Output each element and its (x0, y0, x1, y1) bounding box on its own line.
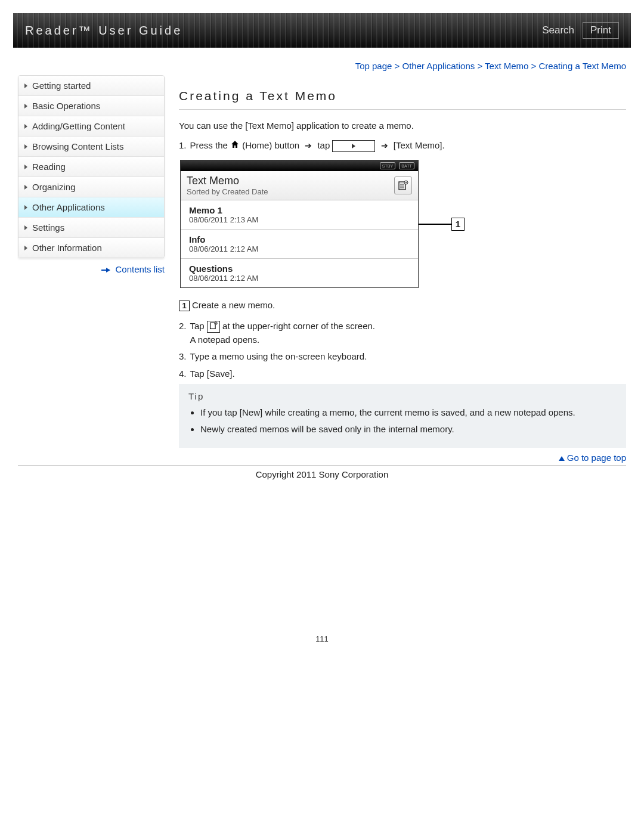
memo-row: Memo 108/06/2011 2:13 AM (181, 200, 418, 230)
breadcrumb-text-memo[interactable]: Text Memo (485, 61, 528, 71)
step-number: 1. (179, 139, 187, 153)
step-4: 4. Tap [Save]. (179, 367, 626, 381)
callout-box: 1 (451, 218, 465, 231)
sidebar-item-organizing[interactable]: Organizing (18, 177, 164, 197)
tip-item: If you tap [New] while creating a memo, … (200, 406, 617, 419)
sidebar-item-getting-started[interactable]: Getting started (18, 76, 164, 96)
copyright: Copyright 2011 Sony Corporation (0, 469, 644, 479)
go-to-top-link[interactable]: Go to page top (567, 453, 626, 463)
step-number: 2. (179, 320, 187, 333)
callout-number: 1 (179, 301, 190, 311)
search-link[interactable]: Search (542, 24, 574, 36)
sidebar-item-label: Browsing Content Lists (32, 141, 123, 151)
breadcrumb-current: Creating a Text Memo (539, 61, 626, 71)
sidebar-item-label: Basic Operations (32, 101, 100, 111)
chevron-right-icon (24, 104, 27, 109)
header-bar: Reader™ User Guide Search Print (13, 13, 631, 48)
tip-heading: Tip (188, 391, 617, 401)
divider (179, 109, 626, 110)
step-3: 3. Type a memo using the on-screen keybo… (179, 350, 626, 364)
new-memo-button (394, 176, 412, 194)
tip-box: Tip If you tap [New] while creating a me… (179, 384, 626, 448)
page-number: 111 (0, 634, 644, 655)
breadcrumb: Top page > Other Applications > Text Mem… (179, 61, 626, 71)
intro-text: You can use the [Text Memo] application … (179, 120, 626, 131)
sidebar: Getting started Basic Operations Adding/… (18, 61, 165, 465)
step-number: 3. (179, 350, 187, 364)
sidebar-item-label: Settings (32, 222, 64, 233)
arrow-up-icon (559, 456, 565, 461)
app-title: Reader™ User Guide (25, 24, 182, 38)
new-memo-icon (207, 321, 220, 333)
callout-leader (419, 224, 452, 225)
sidebar-item-other-applications[interactable]: Other Applications (18, 197, 164, 218)
sidebar-item-label: Other Information (32, 243, 102, 253)
arrow-right-icon: ➔ (381, 140, 388, 152)
sidebar-item-basic-operations[interactable]: Basic Operations (18, 96, 164, 116)
tip-item: Newly created memos will be saved only i… (200, 423, 617, 436)
breadcrumb-other-apps[interactable]: Other Applications (402, 61, 475, 71)
chevron-right-icon (24, 165, 27, 169)
memo-row: Questions08/06/2011 2:12 AM (181, 259, 418, 287)
battery-icon: BATT (399, 162, 414, 169)
contents-list-link[interactable]: Contents list (115, 264, 165, 274)
memo-row: Info08/06/2011 2:12 AM (181, 230, 418, 259)
breadcrumb-top[interactable]: Top page (355, 61, 392, 71)
chevron-right-icon (24, 205, 27, 210)
standby-icon: STBY (380, 162, 395, 169)
sidebar-item-other-information[interactable]: Other Information (18, 238, 164, 258)
sidebar-item-reading[interactable]: Reading (18, 157, 164, 177)
sidebar-nav: Getting started Basic Operations Adding/… (18, 75, 165, 258)
more-apps-icon (332, 140, 375, 152)
device-screenshot: STBY BATT Text Memo Sorted by Created Da… (180, 160, 626, 288)
screenshot-title: Text Memo (187, 175, 268, 187)
sidebar-item-adding-content[interactable]: Adding/Getting Content (18, 116, 164, 137)
chevron-right-icon (24, 225, 27, 230)
sidebar-item-browsing-lists[interactable]: Browsing Content Lists (18, 137, 164, 157)
status-bar: STBY BATT (181, 160, 418, 171)
screenshot-subtitle: Sorted by Created Date (187, 187, 268, 196)
chevron-right-icon (24, 124, 27, 129)
chevron-right-icon (24, 185, 27, 190)
chevron-right-icon (24, 246, 27, 250)
new-memo-icon (398, 180, 408, 191)
print-button[interactable]: Print (583, 22, 619, 39)
home-icon (230, 140, 240, 153)
step-number: 4. (179, 367, 187, 381)
sidebar-item-label: Adding/Getting Content (32, 121, 125, 131)
sidebar-item-label: Getting started (32, 80, 91, 91)
divider (18, 465, 626, 466)
step-2: 2. Tap at the upper-right corner of the … (179, 320, 626, 346)
arrow-right-icon (106, 268, 110, 272)
main-content: Top page > Other Applications > Text Mem… (179, 61, 626, 465)
sidebar-item-label: Other Applications (32, 202, 105, 212)
sidebar-item-label: Organizing (32, 182, 76, 192)
sidebar-item-label: Reading (32, 162, 66, 172)
step-1: 1. Press the (Home) button ➔ tap ➔ [Text… (179, 139, 626, 153)
sidebar-item-settings[interactable]: Settings (18, 218, 164, 238)
arrow-right-icon: ➔ (305, 140, 312, 152)
contents-list-link-wrap: Contents list (18, 264, 165, 274)
callout-legend: 1Create a new memo. (179, 300, 626, 311)
chevron-right-icon (24, 83, 27, 88)
chevron-right-icon (24, 144, 27, 149)
page-title: Creating a Text Memo (179, 89, 626, 103)
